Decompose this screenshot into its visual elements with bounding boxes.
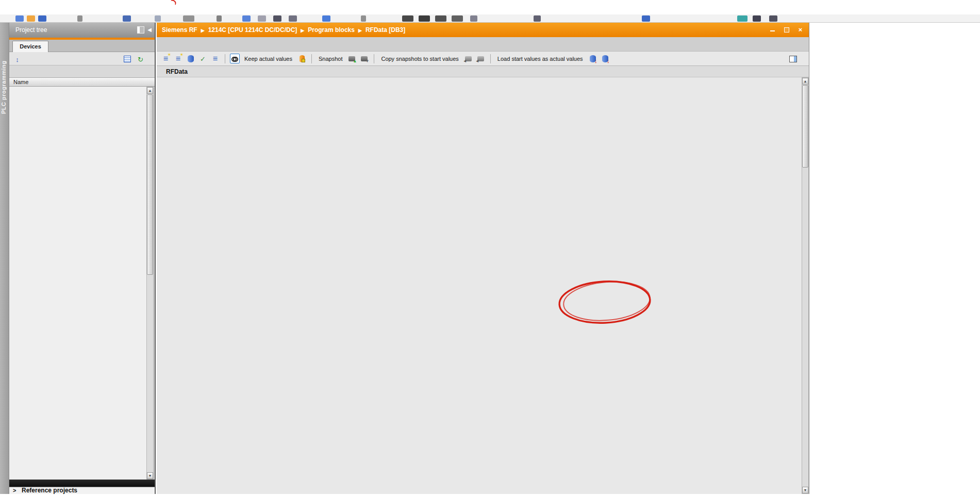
toolbar-icon-stub[interactable] — [769, 15, 777, 22]
toolbar-icon-stub[interactable] — [242, 15, 251, 22]
refresh-icon[interactable] — [136, 54, 145, 64]
copy-snapshot-setpoints-icon[interactable] — [463, 54, 473, 63]
sort-icon[interactable] — [12, 54, 22, 64]
copy-snapshot-all-icon[interactable] — [476, 54, 486, 63]
toolbar-icon-stub[interactable] — [77, 15, 82, 22]
toolbar-icon-stub[interactable] — [183, 15, 194, 22]
red-annotation-circle — [554, 275, 657, 329]
panel-tab-strip: Devices — [9, 40, 155, 52]
project-tree-panel: Project tree ◀ Devices Name ▲ ▼ > Refere… — [9, 23, 156, 494]
red-pen-stray-mark — [170, 0, 176, 5]
compare-values-icon[interactable] — [198, 54, 208, 63]
toolbar-icon-stub[interactable] — [15, 15, 24, 22]
keep-values-icon[interactable] — [297, 54, 307, 63]
project-tree-header: Project tree ◀ — [9, 23, 155, 38]
scrollbar-thumb[interactable] — [802, 85, 808, 168]
toolbar-separator — [374, 54, 374, 63]
project-tree-list — [9, 87, 147, 480]
project-tree-title: Project tree — [15, 26, 47, 34]
toolbar-separator — [225, 54, 225, 63]
toolbar-separator — [490, 54, 491, 63]
table-scrollbar[interactable]: ▲ ▼ — [802, 77, 809, 494]
project-tree-scrollbar[interactable]: ▲ ▼ — [146, 87, 154, 480]
minimize-icon[interactable] — [768, 26, 777, 34]
top-application-toolbar — [0, 14, 980, 23]
snapshot-button[interactable]: Snapshot — [317, 56, 344, 62]
toolbar-separator — [311, 54, 312, 63]
snapshot-load-icon[interactable] — [359, 54, 369, 63]
details-view-icon[interactable] — [122, 54, 132, 64]
toolbar-icon-stub[interactable] — [470, 15, 477, 22]
auto-collapse-icon[interactable] — [137, 26, 144, 34]
toolbar-icon-stub[interactable] — [642, 15, 650, 22]
plc-programming-rail-label: PLC programming — [1, 48, 9, 126]
breadcrumb: Siemens RF▶1214C [CPU 1214C DC/DC/DC]▶Pr… — [162, 26, 405, 34]
scroll-down-icon[interactable]: ▼ — [147, 472, 153, 479]
scroll-up-icon[interactable]: ▲ — [802, 78, 808, 85]
toolbar-icon-stub[interactable] — [419, 15, 430, 22]
scroll-down-icon[interactable]: ▼ — [802, 487, 808, 493]
editor-layout-icon[interactable] — [788, 54, 798, 63]
close-icon[interactable]: × — [796, 26, 805, 34]
load-start-2-icon[interactable] — [600, 54, 610, 63]
db-editor-toolbar: Keep actual valuesSnapshotCopy snapshots… — [157, 52, 809, 66]
reset-start-values-icon[interactable] — [186, 54, 195, 63]
toolbar-icon-stub[interactable] — [452, 15, 463, 22]
toolbar-icon-stub[interactable] — [435, 15, 446, 22]
toolbar-icon-stub[interactable] — [38, 15, 46, 22]
copy-snapshots-to-start-values-button[interactable]: Copy snapshots to start values — [379, 56, 460, 62]
editor-title-bar: Siemens RF▶1214C [CPU 1214C DC/DC/DC]▶Pr… — [157, 23, 809, 37]
toolbar-icon-stub[interactable] — [273, 15, 281, 22]
load-start-1-icon[interactable] — [588, 54, 597, 63]
expand-icon[interactable]: > — [13, 487, 16, 494]
breadcrumb-item[interactable]: RFData [DB3] — [366, 26, 405, 34]
tab-devices[interactable]: Devices — [12, 41, 48, 52]
toolbar-icon-stub[interactable] — [361, 15, 366, 22]
project-tree-toolbar — [9, 52, 155, 65]
toolbar-icon-stub[interactable] — [534, 15, 541, 22]
breadcrumb-separator-icon: ▶ — [358, 28, 362, 33]
task-card-rail: PLC programming — [0, 23, 9, 494]
breadcrumb-separator-icon: ▶ — [201, 28, 205, 33]
toolbar-icon-stub[interactable] — [737, 15, 748, 22]
insert-row-icon[interactable] — [161, 54, 171, 63]
toolbar-icon-stub[interactable] — [289, 15, 297, 22]
breadcrumb-item[interactable]: Program blocks — [308, 26, 355, 34]
scroll-up-icon[interactable]: ▲ — [147, 87, 153, 94]
breadcrumb-item[interactable]: 1214C [CPU 1214C DC/DC/DC] — [208, 26, 297, 34]
add-row-icon[interactable] — [173, 54, 183, 63]
load-start-values-as-actual-button[interactable]: Load start values as actual values — [495, 56, 585, 62]
keep-actual-values-button[interactable]: Keep actual values — [242, 56, 294, 62]
toolbar-icon-stub[interactable] — [402, 15, 413, 22]
scrollbar-thumb[interactable] — [147, 94, 153, 275]
toolbar-icon-stub[interactable] — [27, 15, 35, 22]
db-editor-window: Siemens RF▶1214C [CPU 1214C DC/DC/DC]▶Pr… — [157, 23, 809, 494]
restore-icon[interactable] — [782, 26, 791, 34]
toolbar-icon-stub[interactable] — [217, 15, 222, 22]
toolbar-icon-stub[interactable] — [155, 15, 161, 22]
expand-member-rows-icon[interactable] — [210, 54, 220, 63]
monitor-all-icon[interactable] — [230, 54, 240, 63]
toolbar-icon-stub[interactable] — [123, 15, 131, 22]
db-name-title: RFData — [157, 66, 809, 77]
reference-projects-bar[interactable]: > Reference projects — [9, 487, 155, 494]
breadcrumb-item[interactable]: Siemens RF — [162, 26, 197, 34]
tree-column-header-name[interactable]: Name — [9, 77, 155, 87]
toolbar-icon-stub[interactable] — [753, 15, 761, 22]
toolbar-icon-stub[interactable] — [322, 15, 330, 22]
toolbar-icon-stub[interactable] — [258, 15, 266, 22]
breadcrumb-separator-icon: ▶ — [301, 28, 304, 33]
collapse-panel-icon[interactable]: ◀ — [147, 26, 152, 34]
snapshot-capture-icon[interactable] — [347, 54, 357, 63]
details-view-splitter[interactable] — [9, 480, 155, 487]
